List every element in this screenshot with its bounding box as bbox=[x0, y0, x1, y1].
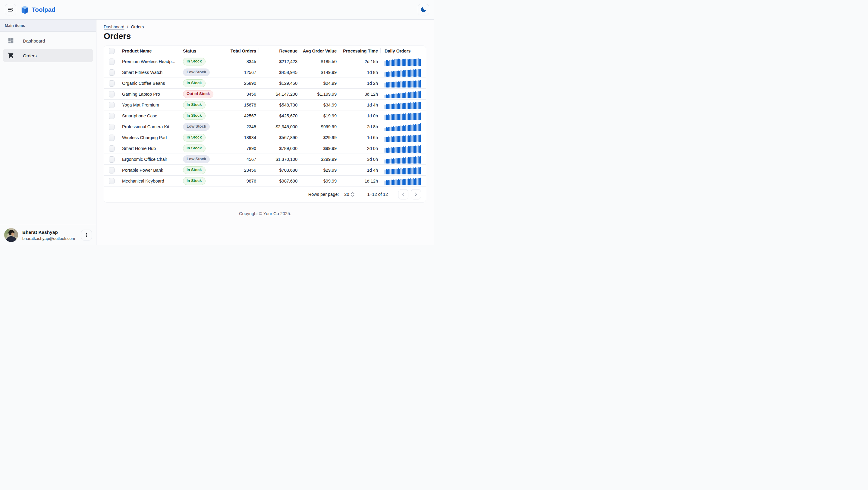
breadcrumb-current: Orders bbox=[131, 24, 144, 29]
product-name-cell: Portable Power Bank bbox=[119, 168, 181, 173]
avg-order-value-cell: $29.99 bbox=[300, 135, 339, 140]
row-checkbox[interactable] bbox=[109, 167, 115, 173]
up-down-chevrons-icon bbox=[351, 192, 354, 197]
row-checkbox[interactable] bbox=[109, 124, 115, 130]
processing-time-cell: 2d 0h bbox=[339, 146, 381, 151]
table-body: Premium Wireless Headp... In Stock 8345 … bbox=[104, 56, 426, 186]
column-header-status[interactable]: Status bbox=[181, 46, 223, 56]
revenue-cell: $212,423 bbox=[259, 59, 300, 64]
row-checkbox-cell bbox=[104, 124, 119, 130]
app-bar: Toolpad bbox=[0, 0, 434, 20]
daily-orders-sparkline bbox=[381, 176, 426, 186]
total-orders-cell: 42567 bbox=[223, 113, 259, 118]
processing-time-cell: 1d 4h bbox=[339, 168, 381, 173]
breadcrumb-link-dashboard[interactable]: Dashboard bbox=[104, 24, 124, 29]
row-checkbox[interactable] bbox=[109, 145, 115, 152]
status-chip: In Stock bbox=[183, 134, 206, 141]
product-name-cell: Organic Coffee Beans bbox=[119, 81, 181, 86]
total-orders-cell: 25890 bbox=[223, 81, 259, 86]
total-orders-cell: 3456 bbox=[223, 92, 259, 96]
product-name-cell: Gaming Laptop Pro bbox=[119, 92, 181, 96]
daily-orders-sparkline bbox=[381, 67, 426, 78]
table-row: Smart Fitness Watch Low Stock 12567 $458… bbox=[104, 67, 426, 78]
product-name-cell: Smartphone Case bbox=[119, 113, 181, 118]
select-all-checkbox[interactable] bbox=[109, 48, 115, 54]
product-name-cell: Professional Camera Kit bbox=[119, 124, 181, 129]
total-orders-cell: 8345 bbox=[223, 59, 259, 64]
breadcrumb-separator: / bbox=[127, 24, 128, 29]
processing-time-cell: 2d 8h bbox=[339, 124, 381, 129]
revenue-cell: $4,147,200 bbox=[259, 92, 300, 96]
sidebar-item-orders[interactable]: Orders bbox=[3, 49, 93, 62]
status-chip: In Stock bbox=[183, 101, 206, 109]
rows-per-page-select[interactable]: 20 bbox=[344, 192, 354, 197]
row-checkbox[interactable] bbox=[109, 59, 115, 65]
table-header-row: Product Name Status Total Orders Revenue… bbox=[104, 46, 426, 56]
next-page-button[interactable] bbox=[411, 189, 421, 199]
product-name-cell: Smart Home Hub bbox=[119, 146, 181, 151]
revenue-cell: $1,370,100 bbox=[259, 157, 300, 162]
processing-time-cell: 2d 15h bbox=[339, 59, 381, 64]
user-menu-button[interactable] bbox=[81, 230, 92, 240]
avg-order-value-cell: $149.99 bbox=[300, 70, 339, 75]
daily-orders-sparkline bbox=[381, 154, 426, 165]
previous-page-button[interactable] bbox=[398, 189, 408, 199]
row-checkbox[interactable] bbox=[109, 69, 115, 76]
row-checkbox[interactable] bbox=[109, 135, 115, 141]
status-chip: Low Stock bbox=[183, 155, 210, 163]
total-orders-cell: 15678 bbox=[223, 103, 259, 108]
collapse-menu-button[interactable] bbox=[5, 4, 16, 16]
table-row: Smart Home Hub In Stock 7890 $789,000 $9… bbox=[104, 143, 426, 154]
table-row: Organic Coffee Beans In Stock 25890 $129… bbox=[104, 78, 426, 89]
status-cell: Low Stock bbox=[181, 123, 223, 131]
status-cell: Out of Stock bbox=[181, 90, 223, 98]
row-checkbox[interactable] bbox=[109, 178, 115, 184]
status-chip: Low Stock bbox=[183, 68, 210, 76]
total-orders-cell: 2345 bbox=[223, 124, 259, 129]
avg-order-value-cell: $99.99 bbox=[300, 146, 339, 151]
copyright: Copyright © Your Co 2025. bbox=[104, 211, 427, 216]
user-email: bharatkashyap@outlook.com bbox=[22, 236, 77, 241]
daily-orders-sparkline bbox=[381, 56, 426, 67]
dashboard-grid-icon bbox=[7, 37, 14, 45]
sidebar-item-label: Orders bbox=[23, 53, 37, 58]
user-name: Bharat Kashyap bbox=[22, 230, 77, 235]
row-checkbox[interactable] bbox=[109, 91, 115, 97]
processing-time-cell: 1d 4h bbox=[339, 103, 381, 108]
column-header-product-name[interactable]: Product Name bbox=[119, 46, 181, 56]
row-checkbox[interactable] bbox=[109, 80, 115, 87]
status-cell: Low Stock bbox=[181, 155, 223, 163]
avatar[interactable] bbox=[4, 228, 18, 242]
column-header-total-orders[interactable]: Total Orders bbox=[223, 46, 259, 56]
theme-toggle-button[interactable] bbox=[418, 4, 429, 16]
chevron-right-icon bbox=[413, 192, 418, 197]
sidebar-item-dashboard[interactable]: Dashboard bbox=[3, 34, 93, 47]
row-checkbox[interactable] bbox=[109, 113, 115, 119]
row-checkbox-cell bbox=[104, 91, 119, 97]
menu-open-icon bbox=[7, 6, 14, 13]
rows-per-page-label: Rows per page: bbox=[308, 192, 339, 197]
company-link[interactable]: Your Co bbox=[264, 211, 279, 216]
column-header-avg-order-value[interactable]: Avg Order Value bbox=[300, 46, 339, 56]
status-cell: In Stock bbox=[181, 101, 223, 109]
status-chip: Out of Stock bbox=[183, 90, 213, 98]
column-header-revenue[interactable]: Revenue bbox=[259, 46, 300, 56]
column-header-daily-orders[interactable]: Daily Orders bbox=[381, 46, 426, 56]
total-orders-cell: 18934 bbox=[223, 135, 259, 140]
row-checkbox[interactable] bbox=[109, 102, 115, 108]
row-checkbox-cell bbox=[104, 113, 119, 119]
status-cell: In Stock bbox=[181, 112, 223, 119]
daily-orders-sparkline bbox=[381, 99, 426, 110]
revenue-cell: $987,600 bbox=[259, 179, 300, 183]
column-header-processing-time[interactable]: Processing Time bbox=[339, 46, 381, 56]
status-chip: In Stock bbox=[183, 58, 206, 65]
row-checkbox[interactable] bbox=[109, 156, 115, 163]
total-orders-cell: 23456 bbox=[223, 168, 259, 173]
status-chip: In Stock bbox=[183, 177, 206, 185]
table-row: Gaming Laptop Pro Out of Stock 3456 $4,1… bbox=[104, 89, 426, 99]
pagination-range: 1–12 of 12 bbox=[367, 192, 388, 197]
table-row: Professional Camera Kit Low Stock 2345 $… bbox=[104, 121, 426, 132]
avg-order-value-cell: $29.99 bbox=[300, 168, 339, 173]
brand[interactable]: Toolpad bbox=[21, 5, 56, 14]
sidebar-item-label: Dashboard bbox=[23, 38, 45, 44]
